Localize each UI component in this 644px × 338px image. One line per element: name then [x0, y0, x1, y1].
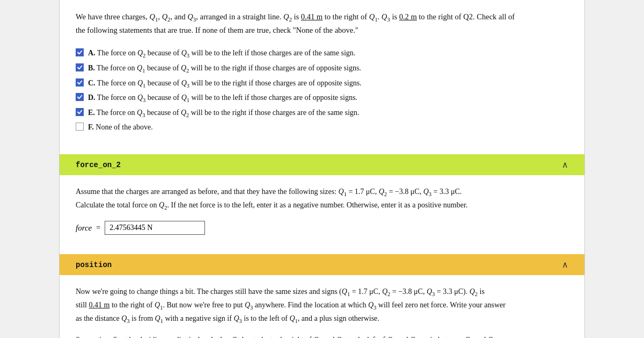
force-description: Assume that the charges are arranged as …: [76, 186, 568, 212]
position-suggestion: Suggestion: Start by deciding qualitativ…: [76, 334, 568, 338]
content-area: We have three charges, Q1, Q2, and Q3, a…: [59, 0, 585, 338]
force-equals: =: [96, 224, 100, 232]
position-description: Now we're going to change things a bit. …: [76, 286, 568, 326]
top-section: We have three charges, Q1, Q2, and Q3, a…: [60, 0, 584, 146]
choice-A-label: A. The force on Q2 because of Q3 will be…: [88, 47, 568, 60]
choice-F: F. None of the above.: [76, 121, 568, 133]
checkbox-E[interactable]: [76, 108, 84, 116]
position-section-chevron: ∧: [562, 260, 568, 270]
force-input[interactable]: [105, 221, 205, 235]
force-section-title: force_on_2: [76, 161, 121, 169]
force-formula-label: force: [76, 224, 92, 233]
choice-B-label: B. The force on Q1 because of Q2 will be…: [88, 62, 568, 75]
choice-D-label: D. The force on Q3 because of Q1 will be…: [88, 92, 568, 105]
choice-E: E. The force on Q3 because of Q2 will be…: [76, 107, 568, 120]
choices-section: A. The force on Q2 because of Q3 will be…: [76, 45, 568, 140]
checkbox-C[interactable]: [76, 78, 84, 87]
choice-D: D. The force on Q3 because of Q1 will be…: [76, 92, 568, 105]
checkbox-F[interactable]: [76, 123, 84, 131]
position-section-title: position: [76, 261, 112, 269]
page-container: We have three charges, Q1, Q2, and Q3, a…: [0, 0, 644, 338]
checkbox-D[interactable]: [76, 93, 84, 101]
choice-C-label: C. The force on Q1 because of Q3 will be…: [88, 77, 568, 90]
position-section-header[interactable]: position ∧: [60, 254, 584, 275]
problem-text: We have three charges, Q1, Q2, and Q3, a…: [76, 11, 568, 37]
force-section-header[interactable]: force_on_2 ∧: [60, 154, 584, 175]
force-section-chevron: ∧: [562, 160, 568, 170]
choice-C: C. The force on Q1 because of Q3 will be…: [76, 77, 568, 90]
choice-A: A. The force on Q2 because of Q3 will be…: [76, 47, 568, 60]
force-section-content: Assume that the charges are arranged as …: [60, 175, 584, 246]
choice-B: B. The force on Q1 because of Q2 will be…: [76, 62, 568, 75]
choice-E-label: E. The force on Q3 because of Q2 will be…: [88, 107, 568, 120]
choice-F-label: F. None of the above.: [88, 121, 568, 133]
force-formula-row: force =: [76, 221, 568, 235]
position-section-content: Now we're going to change things a bit. …: [60, 275, 584, 338]
checkbox-B[interactable]: [76, 63, 84, 71]
checkbox-A[interactable]: [76, 48, 84, 56]
